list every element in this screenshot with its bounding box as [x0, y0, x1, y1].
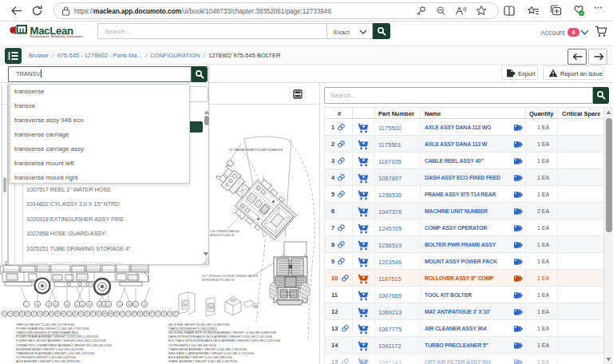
svg-text:22° MAXIMUM ARTICULATION ANGLE: 22° MAXIMUM ARTICULATION ANGLE [229, 148, 283, 152]
svg-text:TEARDOWN WEIGHTS (POWER FRAME: TEARDOWN WEIGHTS (POWER FRAME END) [16, 331, 78, 334]
svg-text:63: 63 [104, 312, 107, 315]
svg-text:36: 36 [50, 312, 53, 315]
svg-text:DECK END FRAME WITH SCISSOR AS: DECK END FRAME WITH SCISSOR ASSEMBLY WEI… [168, 331, 276, 334]
svg-text:18: 18 [15, 312, 18, 315]
svg-text:OUTRIGGERS WEIGHT 1,200 LBS (5: OUTRIGGERS WEIGHT 1,200 LBS (544 KGS) [16, 356, 76, 359]
svg-text:54: 54 [85, 312, 89, 315]
svg-text:AXLE ASSEMBLY WEIGHT 1,850 LBS: AXLE ASSEMBLY WEIGHT 1,850 LBS (839 KGS) [16, 360, 80, 363]
svg-text:34: 34 [254, 305, 257, 308]
svg-text:78: 78 [133, 312, 136, 315]
svg-text:60: 60 [97, 312, 101, 315]
svg-text:POWER FRAME END WEIGHT 17,460: POWER FRAME END WEIGHT 17,460 LBS (7,920… [16, 327, 89, 330]
svg-text:15: 15 [108, 303, 111, 307]
svg-text:81: 81 [139, 312, 142, 315]
svg-text:82: 82 [89, 303, 92, 307]
svg-text:TEARDOWN WEIGHTS (DECK END): TEARDOWN WEIGHTS (DECK END) [168, 327, 217, 330]
svg-text:42: 42 [62, 312, 65, 315]
svg-text:DECK END WEIGHT 34,940 LBS (15: DECK END WEIGHT 34,940 LBS (15,840 KGS) [168, 323, 230, 326]
svg-text:WITH WINGS FOLDED IN: WITH WINGS FOLDED IN [202, 279, 235, 282]
svg-text:69: 69 [115, 312, 118, 315]
svg-text:45: 45 [81, 303, 85, 307]
svg-text:48: 48 [74, 312, 77, 315]
svg-text:51: 51 [80, 312, 83, 315]
svg-text:41: 41 [231, 299, 235, 302]
svg-text:45: 45 [68, 312, 71, 315]
svg-text:16: 16 [163, 312, 166, 315]
svg-text:19: 19 [168, 312, 172, 315]
svg-text:BOLT RACK WITH EXTENDABLE DECK: BOLT RACK WITH EXTENDABLE DECK ASSEMBLY … [168, 339, 280, 342]
svg-text:POWER RACK MOUNT ASSEMBLY WEIG: POWER RACK MOUNT ASSEMBLY WEIGHT 4,850 L… [16, 339, 106, 342]
svg-text:Performance. Reliability. Inno: Performance. Reliability. Innovation. [30, 34, 84, 38]
svg-text:24′7″ (8762mm) OUTSIDE TURNING: 24′7″ (8762mm) OUTSIDE TURNING RADIUS [202, 275, 259, 278]
svg-text:ENGINE ASSEMBLY WEIGHT 1,000 L: ENGINE ASSEMBLY WEIGHT 1,000 LBS (454 KG… [16, 348, 84, 351]
svg-text:30: 30 [99, 303, 102, 307]
svg-text:84: 84 [144, 312, 148, 315]
svg-text:66: 66 [109, 312, 113, 315]
svg-text:75: 75 [48, 303, 51, 307]
svg-text:15: 15 [9, 312, 12, 315]
svg-text:CLE TURNING RADIUS: CLE TURNING RADIUS [210, 230, 239, 233]
svg-text:WHEEL ASSEMBLY WEIGHT 3,300 LB: WHEEL ASSEMBLY WEIGHT 3,300 LBS (1,497 K… [168, 360, 238, 363]
svg-text:22: 22 [174, 312, 177, 315]
svg-text:52: 52 [119, 303, 122, 307]
svg-text:87: 87 [151, 312, 154, 315]
svg-text:23: 23 [55, 303, 58, 307]
svg-text:38: 38 [37, 303, 40, 307]
svg-text:72: 72 [121, 312, 125, 315]
svg-text:33: 33 [45, 312, 48, 315]
svg-text:OUTRIGGERS 1,500 LBS (680 KGS): OUTRIGGERS 1,500 LBS (680 KGS) [168, 344, 216, 347]
svg-text:21: 21 [21, 312, 24, 315]
svg-text:12: 12 [3, 312, 6, 315]
svg-text:80: 80 [184, 303, 187, 307]
svg-text:DASH WITH EXTENDABLE DECK ASSE: DASH WITH EXTENDABLE DECK ASSEMBLY WEIGH… [168, 335, 272, 338]
svg-text:57: 57 [92, 312, 95, 315]
svg-text:30: 30 [38, 312, 42, 315]
svg-text:75: 75 [127, 312, 130, 315]
svg-text:AXLE ASSEMBLY WEIGHT 2,200 LBS: AXLE ASSEMBLY WEIGHT 2,200 LBS (998 KGS) [168, 356, 232, 359]
svg-text:FEEDS AND C-ARM ASSEMBLY WEIGH: FEEDS AND C-ARM ASSEMBLY WEIGHT 6,000 LB… [168, 352, 254, 355]
svg-text:24: 24 [26, 312, 30, 315]
svg-text:89: 89 [129, 303, 132, 307]
svg-text:39: 39 [56, 312, 59, 315]
svg-text:60: 60 [66, 303, 69, 307]
svg-text:OPERATOR'S COMPARTMENT ASSEMBL: OPERATOR'S COMPARTMENT ASSEMBLY WEIGHT 9… [16, 344, 112, 347]
svg-text:27: 27 [33, 312, 36, 315]
svg-text:TRANSVERSE ASSEMBLY WEIGHT 4,3: TRANSVERSE ASSEMBLY WEIGHT 4,300 LBS (1,… [168, 348, 247, 351]
svg-text:37: 37 [135, 303, 138, 307]
svg-text:WINGS FOLDED IN: WINGS FOLDED IN [210, 234, 235, 237]
svg-text:POWER FRAME ASSEMBLY WEIGHT 13: POWER FRAME ASSEMBLY WEIGHT 13,430 LBS (… [16, 335, 98, 338]
svg-text:90: 90 [209, 306, 212, 309]
svg-text:13: 13 [156, 312, 160, 315]
svg-text:TRANSMISSION ASSEMBLY WEIGHT 1: TRANSMISSION ASSEMBLY WEIGHT 1,050 LBS (… [16, 352, 94, 355]
svg-text:74: 74 [144, 303, 147, 307]
svg-text:VEHICLE WEIGHT 52,400 LBS (23,: VEHICLE WEIGHT 52,400 LBS (23,768 KGS) [16, 323, 74, 326]
